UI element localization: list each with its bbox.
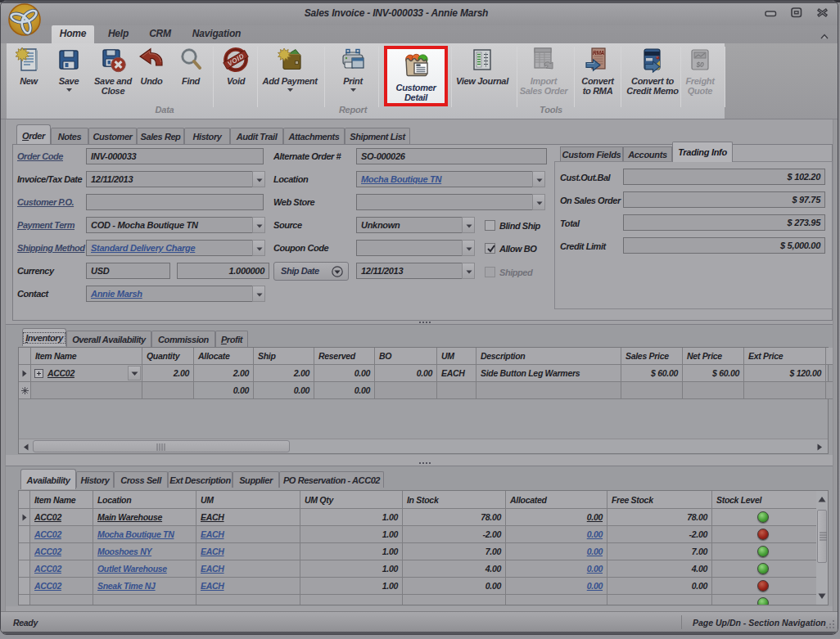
- svg-text:RMA: RMA: [593, 50, 605, 56]
- svg-text:$0: $0: [696, 61, 704, 69]
